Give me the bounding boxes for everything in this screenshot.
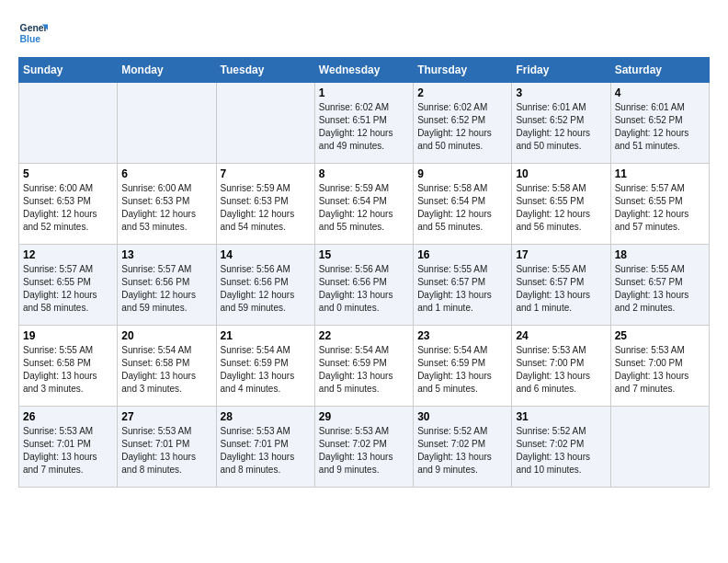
- day-cell: 20Sunrise: 5:54 AM Sunset: 6:58 PM Dayli…: [118, 326, 216, 407]
- day-number: 22: [319, 329, 409, 342]
- day-number: 8: [319, 167, 409, 180]
- day-number: 25: [615, 329, 705, 342]
- day-number: 2: [417, 86, 507, 99]
- day-number: 16: [417, 248, 507, 261]
- day-info: Sunrise: 5:59 AM Sunset: 6:53 PM Dayligh…: [221, 182, 311, 234]
- calendar-table: SundayMondayTuesdayWednesdayThursdayFrid…: [18, 57, 710, 488]
- day-cell: 5Sunrise: 6:00 AM Sunset: 6:53 PM Daylig…: [19, 164, 118, 245]
- day-cell: 11Sunrise: 5:57 AM Sunset: 6:55 PM Dayli…: [610, 164, 709, 245]
- day-number: 27: [121, 410, 211, 423]
- col-header-sunday: Sunday: [19, 58, 118, 83]
- day-info: Sunrise: 5:55 AM Sunset: 6:57 PM Dayligh…: [417, 263, 507, 315]
- day-number: 15: [319, 248, 409, 261]
- day-info: Sunrise: 5:54 AM Sunset: 6:59 PM Dayligh…: [319, 344, 409, 396]
- day-info: Sunrise: 5:53 AM Sunset: 7:00 PM Dayligh…: [516, 344, 606, 396]
- day-number: 21: [221, 329, 311, 342]
- day-info: Sunrise: 5:58 AM Sunset: 6:54 PM Dayligh…: [417, 182, 507, 234]
- day-number: 19: [23, 329, 113, 342]
- day-cell: 10Sunrise: 5:58 AM Sunset: 6:55 PM Dayli…: [512, 164, 610, 245]
- day-cell: 6Sunrise: 6:00 AM Sunset: 6:53 PM Daylig…: [118, 164, 216, 245]
- day-cell: 4Sunrise: 6:01 AM Sunset: 6:52 PM Daylig…: [610, 83, 709, 164]
- day-cell: 29Sunrise: 5:53 AM Sunset: 7:02 PM Dayli…: [314, 407, 413, 488]
- day-info: Sunrise: 5:57 AM Sunset: 6:55 PM Dayligh…: [615, 182, 705, 234]
- day-info: Sunrise: 5:54 AM Sunset: 6:59 PM Dayligh…: [221, 344, 311, 396]
- day-info: Sunrise: 5:55 AM Sunset: 6:57 PM Dayligh…: [615, 263, 705, 315]
- day-cell: 1Sunrise: 6:02 AM Sunset: 6:51 PM Daylig…: [314, 83, 413, 164]
- logo-icon: General Blue: [18, 18, 48, 48]
- day-cell: [216, 83, 314, 164]
- header: General Blue: [18, 18, 710, 48]
- day-number: 20: [121, 329, 211, 342]
- col-header-thursday: Thursday: [414, 58, 512, 83]
- day-info: Sunrise: 6:02 AM Sunset: 6:51 PM Dayligh…: [319, 101, 409, 153]
- logo: General Blue: [18, 18, 51, 48]
- week-row-2: 5Sunrise: 6:00 AM Sunset: 6:53 PM Daylig…: [19, 164, 710, 245]
- day-cell: 22Sunrise: 5:54 AM Sunset: 6:59 PM Dayli…: [314, 326, 413, 407]
- day-cell: 19Sunrise: 5:55 AM Sunset: 6:58 PM Dayli…: [19, 326, 118, 407]
- header-row: SundayMondayTuesdayWednesdayThursdayFrid…: [19, 58, 710, 83]
- day-info: Sunrise: 5:53 AM Sunset: 7:01 PM Dayligh…: [121, 425, 211, 477]
- day-info: Sunrise: 5:53 AM Sunset: 7:02 PM Dayligh…: [319, 425, 409, 477]
- day-number: 30: [417, 410, 507, 423]
- day-cell: 9Sunrise: 5:58 AM Sunset: 6:54 PM Daylig…: [414, 164, 512, 245]
- day-cell: 21Sunrise: 5:54 AM Sunset: 6:59 PM Dayli…: [216, 326, 314, 407]
- day-cell: 24Sunrise: 5:53 AM Sunset: 7:00 PM Dayli…: [512, 326, 610, 407]
- day-info: Sunrise: 5:57 AM Sunset: 6:55 PM Dayligh…: [23, 263, 113, 315]
- week-row-5: 26Sunrise: 5:53 AM Sunset: 7:01 PM Dayli…: [19, 407, 710, 488]
- day-cell: 25Sunrise: 5:53 AM Sunset: 7:00 PM Dayli…: [610, 326, 709, 407]
- col-header-wednesday: Wednesday: [314, 58, 413, 83]
- day-info: Sunrise: 6:01 AM Sunset: 6:52 PM Dayligh…: [615, 101, 705, 153]
- day-info: Sunrise: 5:56 AM Sunset: 6:56 PM Dayligh…: [221, 263, 311, 315]
- day-cell: 7Sunrise: 5:59 AM Sunset: 6:53 PM Daylig…: [216, 164, 314, 245]
- week-row-1: 1Sunrise: 6:02 AM Sunset: 6:51 PM Daylig…: [19, 83, 710, 164]
- day-number: 14: [221, 248, 311, 261]
- day-cell: 17Sunrise: 5:55 AM Sunset: 6:57 PM Dayli…: [512, 245, 610, 326]
- col-header-saturday: Saturday: [610, 58, 709, 83]
- day-cell: 2Sunrise: 6:02 AM Sunset: 6:52 PM Daylig…: [414, 83, 512, 164]
- day-number: 10: [516, 167, 606, 180]
- day-info: Sunrise: 5:53 AM Sunset: 7:01 PM Dayligh…: [23, 425, 113, 477]
- day-info: Sunrise: 5:52 AM Sunset: 7:02 PM Dayligh…: [417, 425, 507, 477]
- day-number: 31: [516, 410, 606, 423]
- day-info: Sunrise: 6:02 AM Sunset: 6:52 PM Dayligh…: [417, 101, 507, 153]
- col-header-monday: Monday: [118, 58, 216, 83]
- day-cell: 18Sunrise: 5:55 AM Sunset: 6:57 PM Dayli…: [610, 245, 709, 326]
- day-number: 24: [516, 329, 606, 342]
- day-info: Sunrise: 6:01 AM Sunset: 6:52 PM Dayligh…: [516, 101, 606, 153]
- day-cell: 23Sunrise: 5:54 AM Sunset: 6:59 PM Dayli…: [414, 326, 512, 407]
- day-info: Sunrise: 5:53 AM Sunset: 7:01 PM Dayligh…: [221, 425, 311, 477]
- day-cell: 28Sunrise: 5:53 AM Sunset: 7:01 PM Dayli…: [216, 407, 314, 488]
- day-cell: 15Sunrise: 5:56 AM Sunset: 6:56 PM Dayli…: [314, 245, 413, 326]
- day-info: Sunrise: 5:53 AM Sunset: 7:00 PM Dayligh…: [615, 344, 705, 396]
- day-number: 9: [417, 167, 507, 180]
- day-number: 1: [319, 86, 409, 99]
- day-number: 28: [221, 410, 311, 423]
- col-header-tuesday: Tuesday: [216, 58, 314, 83]
- col-header-friday: Friday: [512, 58, 610, 83]
- day-cell: [610, 407, 709, 488]
- day-cell: 16Sunrise: 5:55 AM Sunset: 6:57 PM Dayli…: [414, 245, 512, 326]
- day-number: 12: [23, 248, 113, 261]
- day-cell: 31Sunrise: 5:52 AM Sunset: 7:02 PM Dayli…: [512, 407, 610, 488]
- day-cell: [19, 83, 118, 164]
- day-cell: 27Sunrise: 5:53 AM Sunset: 7:01 PM Dayli…: [118, 407, 216, 488]
- day-number: 5: [23, 167, 113, 180]
- day-cell: 8Sunrise: 5:59 AM Sunset: 6:54 PM Daylig…: [314, 164, 413, 245]
- day-number: 4: [615, 86, 705, 99]
- day-info: Sunrise: 5:57 AM Sunset: 6:56 PM Dayligh…: [121, 263, 211, 315]
- day-info: Sunrise: 5:52 AM Sunset: 7:02 PM Dayligh…: [516, 425, 606, 477]
- day-number: 29: [319, 410, 409, 423]
- day-cell: 30Sunrise: 5:52 AM Sunset: 7:02 PM Dayli…: [414, 407, 512, 488]
- day-number: 6: [121, 167, 211, 180]
- day-cell: 14Sunrise: 5:56 AM Sunset: 6:56 PM Dayli…: [216, 245, 314, 326]
- day-number: 18: [615, 248, 705, 261]
- day-number: 11: [615, 167, 705, 180]
- day-cell: [118, 83, 216, 164]
- day-info: Sunrise: 5:58 AM Sunset: 6:55 PM Dayligh…: [516, 182, 606, 234]
- day-cell: 12Sunrise: 5:57 AM Sunset: 6:55 PM Dayli…: [19, 245, 118, 326]
- day-info: Sunrise: 5:55 AM Sunset: 6:58 PM Dayligh…: [23, 344, 113, 396]
- day-info: Sunrise: 6:00 AM Sunset: 6:53 PM Dayligh…: [23, 182, 113, 234]
- day-number: 7: [221, 167, 311, 180]
- day-cell: 26Sunrise: 5:53 AM Sunset: 7:01 PM Dayli…: [19, 407, 118, 488]
- day-info: Sunrise: 5:59 AM Sunset: 6:54 PM Dayligh…: [319, 182, 409, 234]
